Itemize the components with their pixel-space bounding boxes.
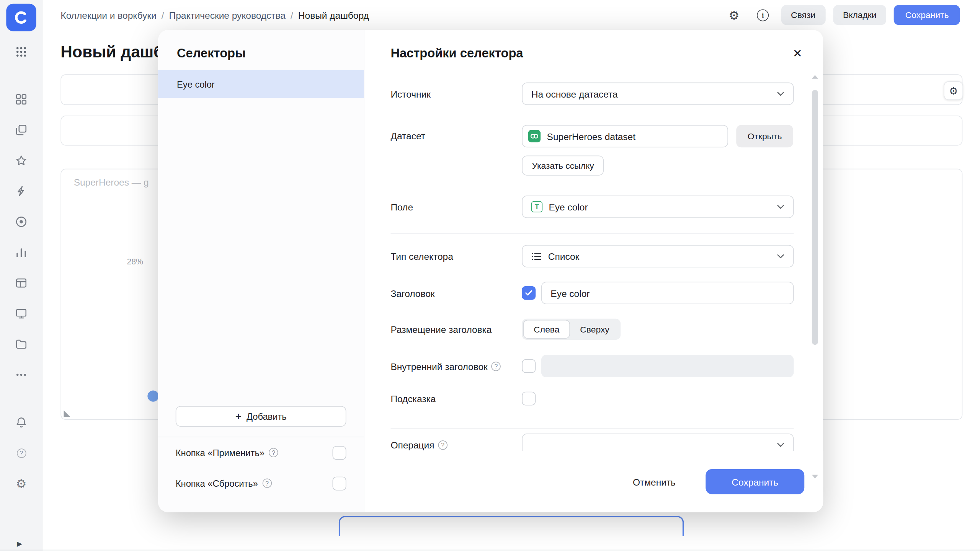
folder-icon <box>15 338 28 350</box>
help-button[interactable]: ? <box>13 444 30 462</box>
operation-select[interactable] <box>522 434 794 451</box>
scroll-up-icon[interactable] <box>812 75 818 79</box>
chart-title: SuperHeroes — g <box>74 177 149 187</box>
info-icon: i <box>757 9 769 21</box>
cancel-button[interactable]: Отменить <box>620 469 688 494</box>
selector-type-label: Тип селектора <box>390 251 522 262</box>
new-selector-widget[interactable] <box>339 516 684 536</box>
reset-button-checkbox[interactable] <box>333 476 346 490</box>
placement-top-option[interactable]: Сверху <box>570 320 619 339</box>
collapse-sidebar-icon[interactable]: ▶ <box>17 540 22 548</box>
sidebar-item-presentations[interactable] <box>13 305 30 323</box>
section-divider <box>390 233 794 234</box>
target-icon <box>15 215 28 228</box>
selector-list-item[interactable]: Eye color <box>158 70 364 98</box>
open-dataset-button[interactable]: Открыть <box>736 125 793 148</box>
breadcrumb-collections[interactable]: Коллекции и воркбуки <box>60 10 156 20</box>
sidebar-item-services[interactable] <box>13 213 30 231</box>
resize-corner-icon[interactable] <box>64 411 70 417</box>
sidebar-item-files[interactable] <box>13 336 30 353</box>
datalens-app: ? ⚙ ▶ Коллекции и воркбуки / Практически… <box>0 0 980 551</box>
add-selector-label: Добавить <box>247 411 287 421</box>
hint-row: Подсказка <box>390 392 794 406</box>
header-actions: ⚙ i Связи Вкладки Сохранить <box>724 4 960 26</box>
breadcrumb-separator: / <box>162 10 164 20</box>
scrollbar-thumb[interactable] <box>812 90 818 345</box>
inner-title-label: Внутренний заголовок <box>390 361 487 372</box>
tabs-button[interactable]: Вкладки <box>833 5 887 25</box>
hint-checkbox[interactable] <box>522 392 536 406</box>
title-placement-row: Размещение заголовка Слева Сверху <box>390 319 794 340</box>
add-selector-button[interactable]: + Добавить <box>176 406 346 427</box>
placement-left-option[interactable]: Слева <box>523 320 570 339</box>
field-label: Поле <box>390 202 522 212</box>
question-icon[interactable]: ? <box>492 361 501 370</box>
selector-type-select[interactable]: Список <box>522 245 794 267</box>
breadcrumb-separator: / <box>291 10 293 20</box>
save-selector-button[interactable]: Сохранить <box>706 469 804 494</box>
header-settings-button[interactable]: ⚙ <box>724 4 745 26</box>
sidebar-item-collections[interactable] <box>13 121 30 139</box>
chart-data-point <box>147 390 158 401</box>
ellipsis-icon <box>15 368 28 381</box>
settings-button[interactable]: ⚙ <box>13 475 30 492</box>
chevron-down-icon <box>777 254 784 259</box>
gear-icon: ⚙ <box>16 478 27 489</box>
sidebar-item-more[interactable] <box>13 366 30 384</box>
selector-settings-dialog: Селекторы Eye color + Добавить Кнопка «П… <box>158 30 823 512</box>
question-icon[interactable]: ? <box>269 448 278 457</box>
gear-icon: ⚙ <box>729 9 740 21</box>
title-checkbox[interactable] <box>522 286 536 300</box>
help-icon: ? <box>16 448 26 457</box>
dialog-footer: Отменить Сохранить <box>364 451 823 512</box>
dataset-select[interactable]: SuperHeroes dataset <box>522 125 728 148</box>
breadcrumb-workbook[interactable]: Практические руководства <box>169 10 286 20</box>
connections-button[interactable]: Связи <box>781 5 825 25</box>
apps-grid-icon[interactable] <box>0 44 42 60</box>
breadcrumb: Коллекции и воркбуки / Практические руко… <box>60 10 369 20</box>
monitor-icon <box>15 307 28 320</box>
question-icon[interactable]: ? <box>262 479 271 488</box>
field-select[interactable]: T Eye color <box>522 196 794 218</box>
operation-label: Операция <box>390 440 434 450</box>
datalens-logo[interactable] <box>6 4 36 31</box>
selectors-list: Eye color <box>158 70 364 98</box>
bell-icon <box>15 416 28 429</box>
title-row: Заголовок <box>390 282 794 304</box>
question-icon[interactable]: ? <box>438 440 447 449</box>
source-select[interactable]: На основе датасета <box>522 83 794 105</box>
selector-settings-panel: Настройки селектора × Источник На основе… <box>364 30 823 512</box>
section-divider <box>390 428 794 429</box>
chart-percent-label: 28% <box>127 257 143 266</box>
gear-icon: ⚙ <box>949 85 958 96</box>
dataset-icon <box>528 130 541 143</box>
layers-icon <box>15 124 28 136</box>
settings-panel-title: Настройки селектора <box>364 30 823 60</box>
dataset-label: Датасет <box>390 125 522 148</box>
scroll-down-icon[interactable] <box>812 475 818 479</box>
title-placement-label: Размещение заголовка <box>390 324 522 335</box>
sidebar-item-editor[interactable] <box>13 183 30 200</box>
logo-swirl-icon <box>13 9 29 25</box>
notifications-button[interactable] <box>13 414 30 431</box>
selectors-panel-title: Селекторы <box>158 30 364 60</box>
dataset-row: Датасет SuperHeroes dataset <box>390 125 794 176</box>
apply-button-checkbox[interactable] <box>333 446 346 460</box>
header: Коллекции и воркбуки / Практические руко… <box>42 0 980 30</box>
apply-button-label: Кнопка «Применить» <box>176 448 265 458</box>
field-value: Eye color <box>549 202 588 212</box>
close-icon[interactable]: × <box>788 44 807 62</box>
sidebar-item-dashboards[interactable] <box>13 91 30 108</box>
title-input[interactable] <box>541 282 794 304</box>
inner-title-row: Внутренний заголовок ? <box>390 355 794 377</box>
save-dashboard-button[interactable]: Сохранить <box>894 5 960 25</box>
bar-chart-icon <box>15 246 28 259</box>
specify-link-button[interactable]: Указать ссылку <box>522 156 604 176</box>
sidebar-item-favorites[interactable] <box>13 152 30 170</box>
sidebar-item-charts[interactable] <box>13 244 30 261</box>
sidebar-item-tables[interactable] <box>13 274 30 292</box>
dashboard-settings-button[interactable]: ⚙ <box>944 81 963 100</box>
sidebar-bottom: ? ⚙ <box>0 414 42 492</box>
inner-title-checkbox[interactable] <box>522 359 536 373</box>
header-info-button[interactable]: i <box>752 4 774 26</box>
